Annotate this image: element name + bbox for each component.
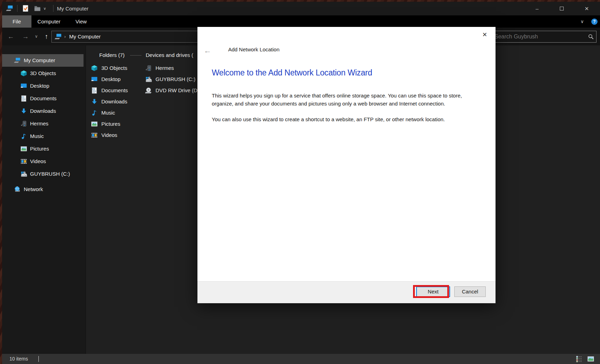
sidebar-item-desktop[interactable]: Desktop <box>2 80 84 92</box>
sidebar-item-label: Desktop <box>30 80 49 92</box>
back-arrow-icon[interactable]: ← <box>6 28 16 45</box>
maximize-icon <box>560 7 564 10</box>
download-arrow-icon <box>20 108 27 115</box>
next-button[interactable]: Next <box>416 286 450 297</box>
file-item-label: Pictures <box>101 118 120 130</box>
title-bar: ∨ My Computer – ✕ <box>2 2 600 15</box>
forward-arrow-icon[interactable]: → <box>20 28 31 45</box>
sidebar-item-music[interactable]: Music <box>2 130 84 143</box>
group-header-devices[interactable]: Devices and drives ( <box>146 52 193 59</box>
search-input[interactable] <box>494 31 582 42</box>
dvd-disc-icon <box>145 87 152 94</box>
cube-icon <box>20 70 27 77</box>
minimize-button[interactable]: – <box>529 2 545 15</box>
sidebar-item-label: 3D Objects <box>30 67 56 80</box>
toolbar-divider <box>17 5 17 12</box>
portable-device-icon <box>20 120 27 127</box>
sidebar-item-downloads[interactable]: Downloads <box>2 105 84 117</box>
search-box <box>491 31 597 43</box>
file-item-label: Hermes <box>156 63 174 74</box>
window-title: My Computer <box>57 2 88 15</box>
sidebar-item-guybrush-c[interactable]: GUYBRUSH (C:) <box>2 168 84 180</box>
help-icon[interactable]: ? <box>591 19 598 25</box>
app-computer-icon <box>6 5 14 12</box>
file-item-label: Desktop <box>101 74 121 85</box>
add-network-location-dialog: ✕ ← Add Network Location Welcome to the … <box>197 27 496 303</box>
sidebar-item-label: Videos <box>30 155 46 168</box>
search-icon[interactable] <box>588 34 594 40</box>
breadcrumb-computer-icon <box>55 33 62 41</box>
items-count: 10 items <box>9 354 28 364</box>
wizard-heading: Welcome to the Add Network Location Wiza… <box>212 68 372 78</box>
drive-icon <box>20 170 27 177</box>
sidebar-item-label: Network <box>24 183 43 196</box>
music-note-icon <box>91 109 98 116</box>
dialog-footer <box>197 281 496 303</box>
status-divider <box>38 356 39 362</box>
sidebar-item-label: Pictures <box>30 143 49 155</box>
ribbon-tab-bar: File Computer View ∨ ? <box>2 15 600 28</box>
dialog-close-icon[interactable]: ✕ <box>480 30 489 39</box>
file-item-label: Downloads <box>101 96 127 107</box>
desktop-icon <box>91 76 98 83</box>
close-button[interactable]: ✕ <box>579 2 595 15</box>
breadcrumb-separator-icon: › <box>64 31 66 42</box>
sidebar-item-hermes[interactable]: Hermes <box>2 117 84 130</box>
details-view-button[interactable] <box>575 355 584 363</box>
film-icon <box>20 158 27 165</box>
tab-computer[interactable]: Computer <box>31 15 66 28</box>
desktop-icon <box>20 82 27 89</box>
up-arrow-icon[interactable]: ↑ <box>41 28 52 45</box>
breadcrumb[interactable]: My Computer <box>69 31 101 42</box>
status-bar: 10 items <box>2 354 600 364</box>
picture-icon <box>20 145 27 152</box>
sidebar-item-label: Hermes <box>30 117 49 130</box>
documents-icon <box>20 95 27 102</box>
file-item-label: Documents <box>101 85 128 96</box>
documents-icon <box>91 87 98 94</box>
file-item-label: 3D Objects <box>101 63 127 74</box>
sidebar-item-label: Music <box>30 130 44 143</box>
wizard-body: This wizard helps you sign up for a serv… <box>212 92 484 123</box>
thumbnail-view-button[interactable] <box>587 355 595 363</box>
sidebar-item-label: GUYBRUSH (C:) <box>30 168 70 180</box>
navigation-pane: My Computer 3D Objects Desktop Documents… <box>2 45 86 354</box>
dialog-title: Add Network Location <box>228 46 280 52</box>
network-globe-icon <box>14 186 21 193</box>
recent-locations-chevron-icon[interactable]: ∨ <box>32 28 41 45</box>
ribbon-collapse-icon[interactable]: ∨ <box>577 15 587 28</box>
drive-icon <box>145 76 152 83</box>
cube-icon <box>91 65 98 72</box>
music-note-icon <box>20 133 27 140</box>
group-rule <box>130 55 142 56</box>
file-item-label: Music <box>101 107 115 118</box>
tab-view[interactable]: View <box>66 15 96 28</box>
sidebar-item-my-computer[interactable]: My Computer <box>2 54 84 67</box>
sidebar-item-documents[interactable]: Documents <box>2 92 84 105</box>
properties-icon[interactable] <box>22 5 29 12</box>
sidebar-item-network[interactable]: Network <box>2 183 84 196</box>
cancel-button[interactable]: Cancel <box>454 286 486 297</box>
download-arrow-icon <box>91 98 98 105</box>
sidebar-item-3d-objects[interactable]: 3D Objects <box>2 67 84 80</box>
film-icon <box>91 132 98 139</box>
sidebar-item-label: Downloads <box>30 105 56 117</box>
sidebar-item-videos[interactable]: Videos <box>2 155 84 168</box>
sidebar-item-pictures[interactable]: Pictures <box>2 143 84 155</box>
dialog-back-arrow-icon[interactable]: ← <box>202 46 213 56</box>
wizard-paragraph: You can also use this wizard to create a… <box>212 115 484 123</box>
group-header-folders[interactable]: Folders (7) <box>99 52 125 59</box>
maximize-button[interactable] <box>554 2 570 15</box>
new-folder-icon[interactable] <box>34 5 41 12</box>
wizard-paragraph: This wizard helps you sign up for a serv… <box>212 92 484 108</box>
sidebar-item-label: My Computer <box>24 54 55 67</box>
file-item-label: GUYBRUSH (C:) <box>156 74 195 85</box>
sidebar-item-label: Documents <box>30 92 57 105</box>
toolbar-divider <box>53 5 53 12</box>
tab-file[interactable]: File <box>2 15 31 28</box>
file-item-label: DVD RW Drive (D <box>156 85 197 96</box>
computer-icon <box>14 57 21 64</box>
picture-icon <box>91 121 98 128</box>
quick-access-chevron-icon[interactable]: ∨ <box>43 2 46 15</box>
file-item-label: Videos <box>101 130 117 141</box>
